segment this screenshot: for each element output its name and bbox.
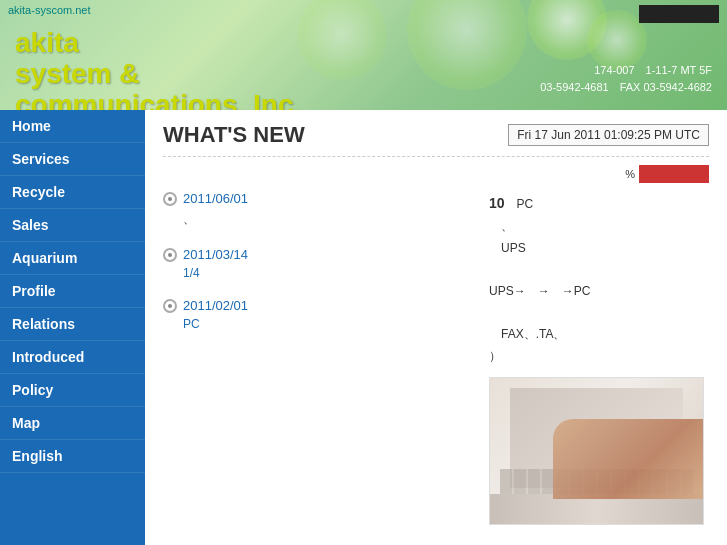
- sidebar-item-map[interactable]: Map: [0, 407, 145, 440]
- right-top-text: 10 PC 、 UPS UPS→ → →PC FAX、.TA、 ）: [489, 191, 709, 367]
- news-date-label-2: 2011/03/14: [183, 247, 248, 262]
- laptop-image: [489, 377, 704, 525]
- datetime-display: Fri 17 Jun 2011 01:09:25 PM UTC: [508, 124, 709, 146]
- page-header: akita-syscom.net akita system & communic…: [0, 0, 727, 110]
- news-date-label-1: 2011/06/01: [183, 191, 248, 206]
- page-title: WHAT'S NEW: [163, 122, 305, 148]
- sidebar-item-english[interactable]: English: [0, 440, 145, 473]
- header-address: 174-007 1-11-7 MT 5F 03-5942-4681 FAX 03…: [540, 62, 712, 95]
- left-content: 2011/06/01 、 2011/03/14 1/4 2011/02/01: [163, 191, 473, 525]
- title-line1: akita: [15, 28, 301, 59]
- sidebar-item-profile[interactable]: Profile: [0, 275, 145, 308]
- news-subtext-3: PC: [163, 317, 473, 331]
- sidebar-item-aquarium[interactable]: Aquarium: [0, 242, 145, 275]
- hands-graphic: [553, 419, 703, 499]
- address-line2: 03-5942-4681 FAX 03-5942-4682: [540, 79, 712, 96]
- sidebar: HomeServicesRecycleSalesAquariumProfileR…: [0, 110, 145, 545]
- site-link[interactable]: akita-syscom.net: [8, 4, 91, 16]
- news-date-icon-1: [163, 192, 177, 206]
- main-content: WHAT'S NEW Fri 17 Jun 2011 01:09:25 PM U…: [145, 110, 727, 545]
- sidebar-item-sales[interactable]: Sales: [0, 209, 145, 242]
- sidebar-item-policy[interactable]: Policy: [0, 374, 145, 407]
- percent-bar-row: %: [163, 165, 709, 183]
- news-item-3: 2011/02/01 PC: [163, 298, 473, 331]
- news-subtext-2: 1/4: [163, 266, 473, 280]
- news-item-1: 2011/06/01 、: [163, 191, 473, 229]
- address-line1: 174-007 1-11-7 MT 5F: [540, 62, 712, 79]
- news-date-2: 2011/03/14: [163, 247, 473, 262]
- count-number: 10: [489, 195, 505, 211]
- right-content: 10 PC 、 UPS UPS→ → →PC FAX、.TA、 ）: [489, 191, 709, 525]
- content-area: 2011/06/01 、 2011/03/14 1/4 2011/02/01: [163, 191, 709, 525]
- main-header: WHAT'S NEW Fri 17 Jun 2011 01:09:25 PM U…: [163, 122, 709, 157]
- news-item-2: 2011/03/14 1/4: [163, 247, 473, 280]
- percent-label: %: [625, 168, 635, 180]
- title-line3: communications, Inc.: [15, 90, 301, 110]
- news-date-3: 2011/02/01: [163, 298, 473, 313]
- red-progress-bar: [639, 165, 709, 183]
- sidebar-item-introduced[interactable]: Introduced: [0, 341, 145, 374]
- news-date-icon-3: [163, 299, 177, 313]
- site-title: akita system & communications, Inc.: [15, 28, 301, 110]
- sidebar-item-recycle[interactable]: Recycle: [0, 176, 145, 209]
- news-date-label-3: 2011/02/01: [183, 298, 248, 313]
- title-line2: system &: [15, 59, 301, 90]
- header-black-bar: [639, 5, 719, 23]
- sidebar-item-services[interactable]: Services: [0, 143, 145, 176]
- page-layout: HomeServicesRecycleSalesAquariumProfileR…: [0, 110, 727, 545]
- news-date-icon-2: [163, 248, 177, 262]
- sidebar-item-home[interactable]: Home: [0, 110, 145, 143]
- sidebar-item-relations[interactable]: Relations: [0, 308, 145, 341]
- news-date-1: 2011/06/01: [163, 191, 473, 206]
- news-text-1: 、: [163, 210, 473, 229]
